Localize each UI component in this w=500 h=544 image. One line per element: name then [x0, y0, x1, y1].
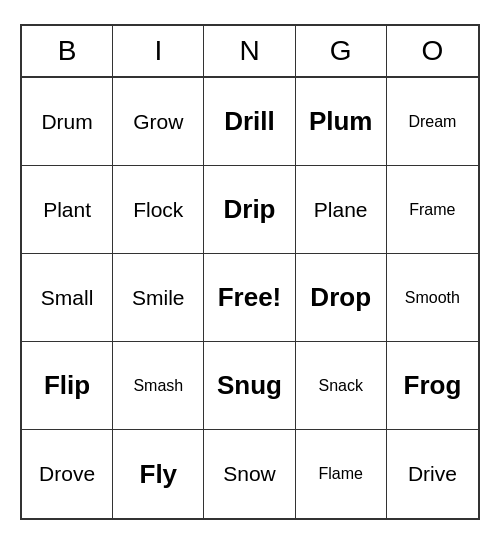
bingo-cell-1-0[interactable]: Plant [22, 166, 113, 254]
bingo-cell-4-3[interactable]: Flame [296, 430, 387, 518]
bingo-cell-0-0[interactable]: Drum [22, 78, 113, 166]
bingo-cell-3-4[interactable]: Frog [387, 342, 478, 430]
bingo-row-4: DroveFlySnowFlameDrive [22, 430, 478, 518]
bingo-cell-0-2[interactable]: Drill [204, 78, 295, 166]
bingo-cell-2-2[interactable]: Free! [204, 254, 295, 342]
bingo-row-0: DrumGrowDrillPlumDream [22, 78, 478, 166]
bingo-card: BINGO DrumGrowDrillPlumDreamPlantFlockDr… [20, 24, 480, 520]
bingo-row-3: FlipSmashSnugSnackFrog [22, 342, 478, 430]
header-cell-n: N [204, 26, 295, 76]
bingo-cell-4-4[interactable]: Drive [387, 430, 478, 518]
bingo-cell-4-2[interactable]: Snow [204, 430, 295, 518]
bingo-cell-1-4[interactable]: Frame [387, 166, 478, 254]
bingo-cell-4-1[interactable]: Fly [113, 430, 204, 518]
bingo-cell-3-1[interactable]: Smash [113, 342, 204, 430]
bingo-header: BINGO [22, 26, 478, 78]
bingo-cell-2-3[interactable]: Drop [296, 254, 387, 342]
bingo-cell-4-0[interactable]: Drove [22, 430, 113, 518]
header-cell-i: I [113, 26, 204, 76]
bingo-row-2: SmallSmileFree!DropSmooth [22, 254, 478, 342]
header-cell-b: B [22, 26, 113, 76]
bingo-cell-2-1[interactable]: Smile [113, 254, 204, 342]
bingo-cell-1-2[interactable]: Drip [204, 166, 295, 254]
bingo-cell-2-0[interactable]: Small [22, 254, 113, 342]
bingo-cell-1-1[interactable]: Flock [113, 166, 204, 254]
bingo-cell-0-1[interactable]: Grow [113, 78, 204, 166]
bingo-cell-1-3[interactable]: Plane [296, 166, 387, 254]
bingo-cell-2-4[interactable]: Smooth [387, 254, 478, 342]
bingo-row-1: PlantFlockDripPlaneFrame [22, 166, 478, 254]
bingo-cell-3-3[interactable]: Snack [296, 342, 387, 430]
header-cell-o: O [387, 26, 478, 76]
bingo-cell-0-3[interactable]: Plum [296, 78, 387, 166]
header-cell-g: G [296, 26, 387, 76]
bingo-cell-0-4[interactable]: Dream [387, 78, 478, 166]
bingo-cell-3-0[interactable]: Flip [22, 342, 113, 430]
bingo-cell-3-2[interactable]: Snug [204, 342, 295, 430]
